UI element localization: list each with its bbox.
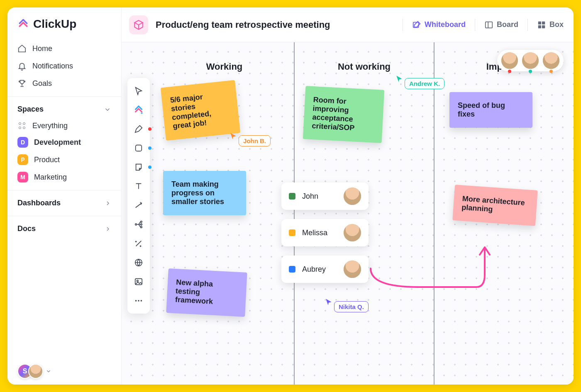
whiteboard-canvas[interactable]: + Working Not working <box>122 42 574 385</box>
column-title: Working <box>155 61 294 72</box>
svg-point-15 <box>135 300 137 302</box>
nav-goals[interactable]: Goals <box>7 75 121 92</box>
brand-logo[interactable]: ClickUp <box>7 15 121 40</box>
svg-rect-4 <box>538 25 541 28</box>
status-square <box>289 266 295 273</box>
view-box[interactable]: Box <box>537 20 564 29</box>
column-working: Working <box>155 42 294 385</box>
nav-home[interactable]: Home <box>7 40 121 57</box>
nav-label: Goals <box>32 79 52 88</box>
svg-point-17 <box>141 300 142 302</box>
svg-rect-7 <box>136 145 142 151</box>
sidebar: ClickUp Home Notifications Goals Spaces <box>7 7 122 385</box>
sidebar-space-development[interactable]: D Development <box>7 134 121 151</box>
svg-rect-1 <box>486 22 493 28</box>
cursor-label: Andrew K. <box>405 78 444 89</box>
pencil-square-icon <box>412 20 421 29</box>
profile-switcher[interactable]: S <box>17 364 51 379</box>
view-label: Board <box>497 20 518 29</box>
view-switcher: Whiteboard Board Box <box>403 19 564 31</box>
spaces-header-label: Spaces <box>17 105 44 114</box>
cursor-label: John B. <box>239 135 271 146</box>
cursor-label: Nikita Q. <box>334 301 369 312</box>
space-label: Development <box>34 138 81 147</box>
tool-select[interactable] <box>130 82 147 100</box>
space-badge: P <box>17 154 28 165</box>
space-badge: D <box>17 137 28 148</box>
tool-image[interactable] <box>130 273 147 290</box>
tool-text[interactable] <box>130 178 147 195</box>
sidebar-space-marketing[interactable]: M Marketing <box>7 168 121 186</box>
presence-avatar[interactable] <box>543 52 559 69</box>
remote-cursor-andrew: Andrew K. <box>395 68 444 89</box>
view-label: Whiteboard <box>425 20 466 29</box>
user-name: Aubrey <box>302 265 337 274</box>
retro-columns: Working Not working Improve <box>155 42 574 385</box>
cursor-icon <box>325 298 332 306</box>
board-icon <box>484 20 493 29</box>
nav-label: Notifications <box>32 62 73 71</box>
grid-icon <box>537 20 546 29</box>
bell-icon <box>17 61 27 71</box>
chevron-right-icon <box>105 226 111 232</box>
nav-label: Home <box>32 44 52 53</box>
status-square <box>289 193 295 200</box>
user-card[interactable]: Melissa <box>281 219 369 246</box>
svg-point-10 <box>141 224 142 225</box>
trophy-icon <box>17 79 27 88</box>
spaces-header[interactable]: Spaces <box>7 101 121 118</box>
tool-more[interactable] <box>130 292 147 309</box>
view-label: Box <box>549 20 564 29</box>
cursor-icon <box>395 75 403 83</box>
dashboards-header[interactable]: Dashboards <box>7 195 121 212</box>
svg-rect-2 <box>538 21 541 24</box>
sidebar-item-everything[interactable]: Everything <box>7 118 121 134</box>
avatar <box>344 187 361 205</box>
svg-rect-3 <box>542 21 545 24</box>
space-icon[interactable] <box>129 15 148 34</box>
connector-arrow[interactable] <box>369 241 501 308</box>
tool-magic[interactable] <box>130 235 147 252</box>
whiteboard-toolbox: + <box>127 78 150 314</box>
tool-mindmap[interactable] <box>130 216 147 233</box>
view-board[interactable]: Board <box>484 20 518 29</box>
dashboards-label: Dashboards <box>17 199 61 207</box>
tool-pen[interactable] <box>130 120 147 138</box>
everything-icon <box>17 121 27 130</box>
view-whiteboard[interactable]: Whiteboard <box>412 20 466 29</box>
column-improve: Improve <box>434 42 574 385</box>
space-label: Marketing <box>34 173 67 182</box>
svg-point-14 <box>137 280 138 282</box>
presence-avatar[interactable] <box>522 52 539 69</box>
presence-avatar[interactable] <box>501 52 518 69</box>
page-title: Product/eng team retrospective meeting <box>156 19 330 30</box>
presence-bar[interactable] <box>497 50 564 71</box>
status-square <box>289 229 295 236</box>
nav-notifications[interactable]: Notifications <box>7 57 121 75</box>
tool-clickup[interactable]: + <box>130 101 147 119</box>
tool-shape[interactable] <box>130 139 147 157</box>
main: Product/eng team retrospective meeting W… <box>122 7 574 385</box>
home-icon <box>17 44 27 53</box>
chevron-down-icon <box>46 368 51 374</box>
svg-point-9 <box>141 221 142 223</box>
clickup-logo-icon <box>17 18 29 30</box>
remote-cursor-john: John B. <box>229 125 271 146</box>
brand-name: ClickUp <box>33 17 76 31</box>
sidebar-space-product[interactable]: P Product <box>7 151 121 168</box>
tool-connector[interactable] <box>130 197 147 214</box>
svg-point-16 <box>138 300 139 302</box>
docs-header[interactable]: Docs <box>7 220 121 237</box>
user-name: John <box>302 192 337 201</box>
user-card[interactable]: John <box>281 183 369 210</box>
svg-point-11 <box>141 226 142 228</box>
avatar <box>344 261 361 278</box>
space-badge: M <box>17 172 28 183</box>
svg-rect-5 <box>542 25 545 28</box>
svg-text:+: + <box>141 110 143 115</box>
tool-web[interactable] <box>130 254 147 271</box>
chevron-down-icon <box>104 106 111 113</box>
tool-sticky[interactable] <box>130 158 147 176</box>
user-card[interactable]: Aubrey <box>281 256 369 283</box>
docs-label: Docs <box>17 224 36 233</box>
